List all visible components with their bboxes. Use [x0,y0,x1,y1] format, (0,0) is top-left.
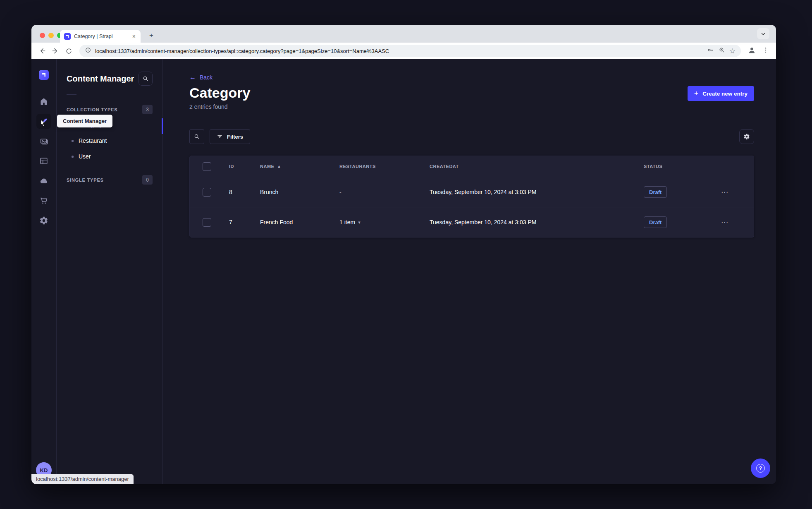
search-icon [142,75,149,82]
images-icon [39,137,48,146]
passwords-key-icon[interactable] [707,46,714,55]
tab-close-icon[interactable]: × [131,33,136,40]
zoom-icon[interactable] [718,46,726,55]
sidebar-item-label: User [79,153,91,160]
strapi-logo-glyph [65,34,69,38]
filter-icon [217,134,223,139]
new-tab-button[interactable]: + [146,31,157,41]
cell-id: 8 [229,189,260,195]
chevron-down-icon: ▾ [358,220,361,225]
sidebar-divider [67,94,76,95]
sidebar-item-label: Restaurant [79,137,107,144]
items-count-label: 1 item [339,219,355,226]
url-text: localhost:1337/admin/content-manager/col… [95,48,703,54]
gear-icon [39,216,48,225]
cell-restaurants: - [339,189,430,195]
cell-id: 7 [229,219,260,226]
single-types-count-badge: 0 [142,175,153,185]
table-header-row: ID NAME ▲ RESTAURANTS CREATEDAT STATUS [190,156,754,177]
table-settings-button[interactable] [739,129,754,144]
nav-deploy[interactable] [36,173,51,188]
back-link[interactable]: ← Back [189,74,213,81]
status-badge: Draft [644,216,667,228]
single-types-label: SINGLE TYPES [67,178,104,182]
sidebar-item-user[interactable]: User [67,149,153,164]
cloud-icon [39,176,48,185]
reload-icon [65,47,73,55]
browser-window: Category | Strapi × + localhost:1337/adm… [31,25,776,484]
arrow-right-icon [51,47,60,55]
entries-table: ID NAME ▲ RESTAURANTS CREATEDAT STATUS 8… [189,156,754,238]
profile-avatar-icon[interactable] [748,46,756,56]
bullet-icon [72,140,74,142]
nav-settings[interactable] [36,213,51,228]
tab-search-button[interactable] [757,28,769,39]
sidebar-title: Content Manager [67,74,134,84]
mouse-cursor [38,119,48,130]
bookmark-star-icon[interactable]: ☆ [729,48,736,55]
column-header-status: STATUS [644,164,719,169]
main-content: ← Back Category + Create new entry 2 ent… [163,59,776,484]
page-info-icon[interactable] [85,47,91,55]
create-new-entry-button[interactable]: + Create new entry [688,86,754,101]
strapi-favicon [64,33,71,40]
table-row[interactable]: 7 French Food 1 item ▾ Tuesday, Septembe… [190,207,754,237]
cart-icon [39,196,48,205]
table-search-button[interactable] [189,129,204,144]
sort-ascending-icon: ▲ [277,164,281,168]
column-header-name[interactable]: NAME ▲ [260,164,339,169]
row-actions-menu[interactable]: ⋯ [719,188,754,197]
plus-icon: + [694,90,699,97]
nav-home[interactable] [36,94,51,109]
reload-button[interactable] [63,45,74,57]
nav-media-library[interactable] [36,134,51,149]
cell-name: French Food [260,219,339,226]
browser-tab[interactable]: Category | Strapi × [60,30,141,43]
window-controls [40,33,62,38]
close-window-button[interactable] [40,33,45,38]
arrow-left-icon: ← [189,74,196,81]
strapi-logo-glyph [41,72,47,78]
address-bar[interactable]: localhost:1337/admin/content-manager/col… [79,45,741,57]
status-badge: Draft [644,186,667,198]
question-mark-icon: ? [756,464,765,473]
table-row[interactable]: 8 Brunch - Tuesday, September 10, 2024 a… [190,177,754,207]
row-checkbox[interactable] [203,188,211,197]
cell-createdat: Tuesday, September 10, 2024 at 3:03 PM [430,189,644,195]
active-item-indicator [162,118,163,134]
column-header-createdat: CREATEDAT [430,164,644,169]
search-icon [193,133,200,140]
row-checkbox[interactable] [203,218,211,227]
name-header-label: NAME [260,164,274,169]
entries-count: 2 entries found [189,103,754,110]
nav-content-type-builder[interactable] [36,154,51,168]
browser-tabstrip: Category | Strapi × + [31,25,776,43]
forward-button[interactable] [50,45,61,57]
back-label: Back [200,74,213,81]
sidebar-item-restaurant[interactable]: Restaurant [67,133,153,149]
column-header-restaurants: RESTAURANTS [339,164,430,169]
strapi-admin: KD Content Manager COLLECTION TYPES 3 Ca… [31,59,776,484]
home-icon [39,97,48,106]
browser-menu-icon[interactable] [762,46,769,55]
bullet-icon [72,156,74,158]
layout-icon [39,156,48,166]
content-manager-tooltip: Content Manager [57,115,112,127]
help-button[interactable]: ? [751,459,770,478]
browser-toolbar: localhost:1337/admin/content-manager/col… [31,43,776,59]
gear-icon [743,133,750,140]
filters-button[interactable]: Filters [210,129,250,144]
collection-types-label: COLLECTION TYPES [67,107,117,112]
page-title: Category [189,85,250,101]
select-all-checkbox[interactable] [203,162,211,171]
column-header-id: ID [229,164,260,169]
strapi-logo[interactable] [39,70,49,80]
cell-createdat: Tuesday, September 10, 2024 at 3:03 PM [430,219,644,226]
back-button[interactable] [36,45,48,57]
nav-marketplace[interactable] [36,193,51,208]
cell-restaurants[interactable]: 1 item ▾ [339,219,430,226]
sidebar-search-button[interactable] [139,72,153,86]
filters-label: Filters [227,134,243,140]
row-actions-menu[interactable]: ⋯ [719,218,754,227]
minimize-window-button[interactable] [48,33,54,38]
